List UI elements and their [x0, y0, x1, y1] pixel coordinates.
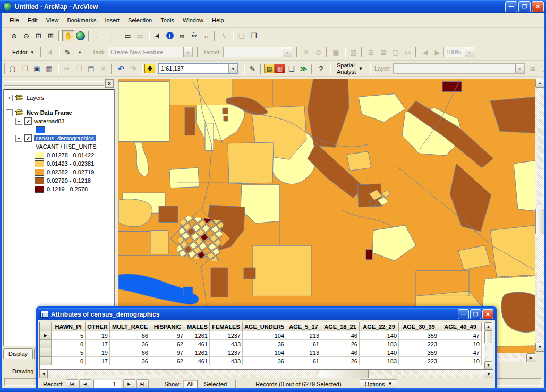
column-header-age_under5[interactable]: AGE_UNDER5	[243, 322, 286, 331]
table-cell[interactable]: 213	[286, 348, 321, 357]
create-contour-icon[interactable]: ≋	[527, 63, 539, 74]
layout-zoom-whole-page-icon[interactable]: 1:1	[402, 47, 414, 58]
command-window-icon[interactable]: ❏	[285, 63, 297, 74]
table-cell[interactable]: 5	[52, 331, 86, 340]
table-cell[interactable]: 36	[110, 340, 150, 348]
attributes-icon[interactable]: ▦	[330, 47, 342, 58]
layout-zoom-in-icon[interactable]: ⊞	[365, 47, 377, 58]
next-record-button[interactable]: ▶	[123, 379, 135, 389]
scroll-track[interactable]	[535, 88, 544, 343]
hyperlink-icon[interactable]: ϟ	[218, 30, 230, 41]
table-cell[interactable]: 97	[150, 331, 185, 340]
column-header-hawn_pi[interactable]: HAWN_PI	[52, 322, 86, 331]
scroll-down-icon[interactable]: ▼	[535, 343, 544, 352]
scroll-right-icon[interactable]: ▶	[485, 370, 493, 378]
first-record-button[interactable]: |◀	[66, 379, 78, 389]
table-cell[interactable]: 17	[86, 357, 110, 365]
table-cell[interactable]: 223	[399, 340, 439, 348]
rotate-tool-icon[interactable]: ⊙	[312, 47, 325, 58]
show-selected-button[interactable]: Selected	[200, 380, 231, 388]
copy-icon[interactable]: ❐	[73, 63, 85, 74]
scroll-thumb[interactable]	[319, 370, 369, 378]
chevron-down-icon[interactable]: ▼	[465, 47, 474, 57]
menu-insert[interactable]: Insert	[100, 15, 124, 25]
table-cell[interactable]: 47	[439, 348, 482, 357]
sketch-properties-icon[interactable]: ▨	[347, 47, 360, 58]
layout-go-forward-icon[interactable]: ▶	[431, 47, 443, 58]
table-cell[interactable]: 104	[243, 331, 286, 340]
column-header-hispanic[interactable]: HISPANIC	[150, 322, 185, 331]
table-cell[interactable]: 66	[110, 331, 150, 340]
waternad83-symbol[interactable]	[6, 125, 114, 134]
scroll-thumb[interactable]	[484, 330, 492, 343]
go-to-xy-icon[interactable]: XY	[188, 30, 200, 41]
menu-tools[interactable]: Tools	[156, 15, 178, 25]
previous-record-button[interactable]: ◀	[79, 379, 91, 389]
menu-edit[interactable]: Edit	[23, 15, 42, 25]
row-selector[interactable]	[40, 357, 52, 365]
table-cell[interactable]: 140	[360, 348, 399, 357]
edit-tool-icon[interactable]: ➤	[42, 44, 58, 60]
show-all-button[interactable]: All	[183, 380, 198, 388]
fixed-zoom-out-icon[interactable]: ⊞	[45, 30, 57, 41]
table-row[interactable]: 017366246143336612618322310	[40, 340, 484, 348]
row-selector-header[interactable]	[40, 322, 52, 331]
menu-file[interactable]: File	[5, 15, 23, 25]
find-icon[interactable]: ∞	[176, 30, 188, 41]
table-cell[interactable]: 61	[286, 357, 321, 365]
table-cell[interactable]: 140	[360, 331, 399, 340]
table-cell[interactable]: 10	[439, 357, 482, 365]
toolbar-grip[interactable]	[4, 30, 6, 41]
zoom-out-icon[interactable]: ⊖	[20, 30, 32, 41]
table-cell[interactable]: 213	[286, 331, 321, 340]
legend-item[interactable]: 0.02382 - 0.02719	[35, 168, 114, 176]
menu-window[interactable]: Window	[178, 15, 208, 25]
table-cell[interactable]: 433	[210, 357, 243, 365]
menu-bookmarks[interactable]: Bookmarks	[63, 15, 100, 25]
table-cell[interactable]: 26	[321, 340, 360, 348]
close-button[interactable]: ✕	[532, 1, 544, 12]
minimize-button[interactable]: —	[458, 309, 469, 319]
whats-this-help-icon[interactable]: ?	[315, 63, 327, 74]
table-cell[interactable]: 36	[243, 340, 286, 348]
row-selector[interactable]	[40, 348, 52, 357]
table-cell[interactable]: 0	[52, 340, 86, 348]
scroll-left-icon[interactable]: ◀	[39, 370, 48, 378]
minimize-button[interactable]: —	[505, 1, 517, 12]
legend-item[interactable]: 0.1219 - 0.2578	[35, 185, 114, 193]
scroll-down-icon[interactable]: ▼	[484, 361, 492, 369]
scroll-right-icon[interactable]: ▶	[526, 353, 535, 362]
table-cell[interactable]: 0	[52, 357, 86, 365]
scroll-thumb[interactable]	[535, 209, 544, 234]
split-tool-icon[interactable]: ✕	[300, 47, 312, 58]
menu-selection[interactable]: Selection	[124, 15, 156, 25]
paste-icon[interactable]: ▤	[85, 63, 97, 74]
table-row[interactable]: ▶5196697126112371042134614035947	[40, 331, 484, 340]
identify-icon[interactable]	[164, 30, 176, 41]
column-header-females[interactable]: FEMALES	[210, 322, 243, 331]
table-cell[interactable]: 62	[150, 357, 185, 365]
table-cell[interactable]: 359	[399, 348, 439, 357]
restore-button[interactable]: ❐	[470, 309, 481, 319]
toc-item-waternad83[interactable]: − ✓ waternad83	[6, 117, 114, 125]
layout-fixed-zoom-icon[interactable]: ▢	[389, 47, 402, 58]
save-icon[interactable]: ▣	[31, 63, 43, 74]
toolbar-grip[interactable]	[4, 366, 6, 377]
table-cell[interactable]: 19	[86, 348, 110, 357]
toc-item-census-demographics[interactable]: − ✓ census_demographics	[6, 134, 114, 142]
table-cell[interactable]: 46	[321, 331, 360, 340]
scroll-up-icon[interactable]: ▲	[484, 322, 492, 330]
scroll-track[interactable]	[48, 370, 485, 378]
toc-item-layers[interactable]: + Layers	[6, 93, 114, 102]
table-cell[interactable]: 433	[210, 340, 243, 348]
map-scale-combo[interactable]: 1:61,137 ▼	[158, 63, 238, 74]
chevron-down-icon[interactable]: ▼	[183, 47, 192, 57]
attribute-window-title-bar[interactable]: Attributes of census_demographics —❐✕	[38, 308, 495, 320]
column-header-age_30_39[interactable]: AGE_30_39	[399, 322, 439, 331]
toc-census-label[interactable]: census_demographics	[34, 135, 96, 141]
column-header-other[interactable]: OTHER	[86, 322, 110, 331]
table-cell[interactable]: 61	[286, 340, 321, 348]
table-cell[interactable]: 183	[360, 357, 399, 365]
redo-icon[interactable]: ↷	[127, 63, 139, 74]
table-cell[interactable]: 183	[360, 340, 399, 348]
